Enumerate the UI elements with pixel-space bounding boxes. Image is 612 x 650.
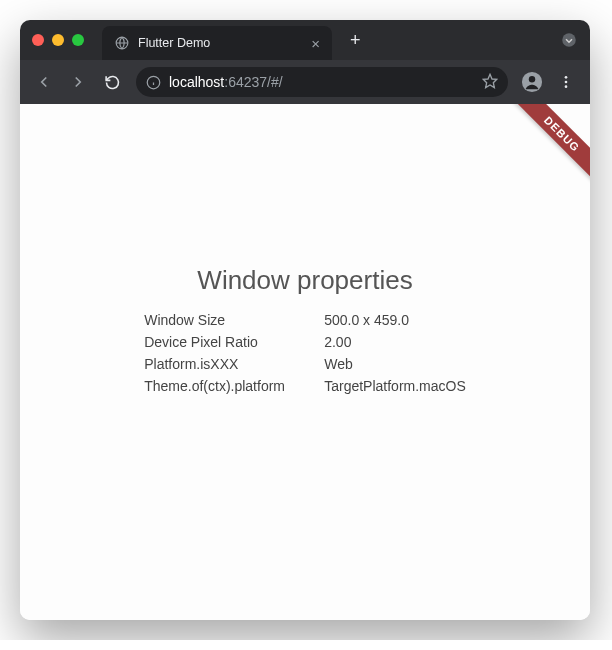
close-window-button[interactable] — [32, 34, 44, 46]
kebab-menu-button[interactable] — [552, 68, 580, 96]
site-info-icon[interactable] — [146, 75, 161, 90]
url-host: localhost — [169, 74, 224, 90]
window-controls — [32, 34, 84, 46]
browser-toolbar: localhost:64237/#/ — [20, 60, 590, 104]
bookmark-star-icon[interactable] — [482, 73, 498, 92]
property-value: Web — [324, 356, 353, 372]
property-label: Device Pixel Ratio — [144, 334, 324, 350]
tabs-dropdown-icon[interactable] — [560, 31, 578, 49]
property-value: 2.00 — [324, 334, 351, 350]
back-button[interactable] — [30, 68, 58, 96]
new-tab-button[interactable]: + — [350, 30, 361, 51]
property-label: Platform.isXXX — [144, 356, 324, 372]
page-title: Window properties — [197, 265, 412, 296]
svg-point-7 — [529, 76, 535, 82]
profile-button[interactable] — [518, 68, 546, 96]
page-viewport: DEBUG Window properties Window Size 500.… — [20, 104, 590, 620]
tab-title: Flutter Demo — [138, 36, 303, 50]
forward-button[interactable] — [64, 68, 92, 96]
svg-point-9 — [565, 81, 568, 84]
property-row: Device Pixel Ratio 2.00 — [144, 334, 466, 350]
svg-marker-5 — [483, 74, 496, 87]
page-body: Window properties Window Size 500.0 x 45… — [20, 104, 590, 590]
close-tab-button[interactable]: × — [311, 35, 320, 52]
property-row: Theme.of(ctx).platform TargetPlatform.ma… — [144, 378, 466, 394]
reload-button[interactable] — [98, 68, 126, 96]
globe-icon — [114, 35, 130, 51]
property-value: 500.0 x 459.0 — [324, 312, 409, 328]
browser-window: Flutter Demo × + localhost:64237/#/ — [20, 20, 590, 620]
property-value: TargetPlatform.macOS — [324, 378, 466, 394]
url-text: localhost:64237/#/ — [169, 74, 283, 90]
svg-point-10 — [565, 85, 568, 88]
url-rest: :64237/#/ — [224, 74, 282, 90]
properties-list: Window Size 500.0 x 459.0 Device Pixel R… — [144, 312, 466, 400]
property-label: Window Size — [144, 312, 324, 328]
property-row: Platform.isXXX Web — [144, 356, 466, 372]
minimize-window-button[interactable] — [52, 34, 64, 46]
maximize-window-button[interactable] — [72, 34, 84, 46]
property-row: Window Size 500.0 x 459.0 — [144, 312, 466, 328]
property-label: Theme.of(ctx).platform — [144, 378, 324, 394]
svg-point-1 — [562, 33, 576, 47]
browser-tab[interactable]: Flutter Demo × — [102, 26, 332, 60]
svg-point-8 — [565, 76, 568, 79]
titlebar: Flutter Demo × + — [20, 20, 590, 60]
address-bar[interactable]: localhost:64237/#/ — [136, 67, 508, 97]
